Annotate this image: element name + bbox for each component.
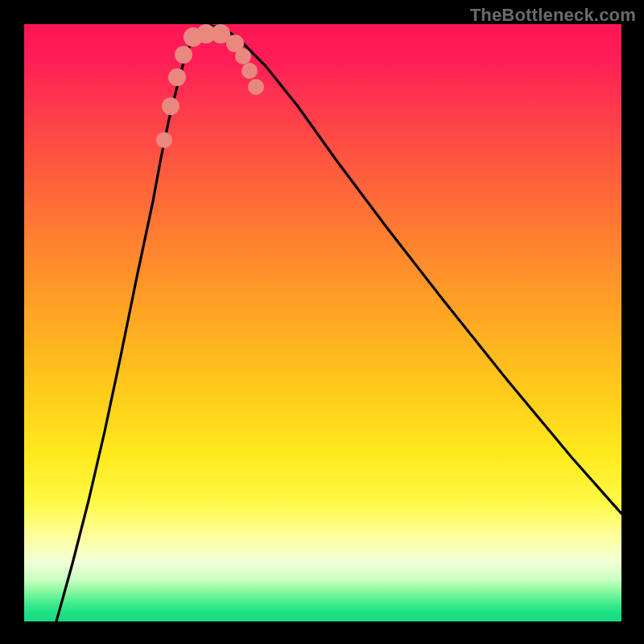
chart-svg	[24, 24, 621, 621]
highlight-dot	[242, 63, 258, 79]
chart-frame: TheBottleneck.com	[0, 0, 644, 644]
highlight-markers	[156, 24, 264, 148]
bottleneck-curve	[56, 26, 621, 621]
highlight-dot	[248, 79, 264, 95]
highlight-dot	[235, 48, 251, 64]
highlight-dot	[168, 68, 186, 86]
plot-area	[24, 24, 621, 621]
highlight-dot	[162, 97, 180, 115]
highlight-dot	[175, 46, 192, 64]
highlight-dot	[156, 132, 172, 148]
watermark-text: TheBottleneck.com	[470, 5, 636, 26]
curve-layer	[56, 26, 621, 621]
